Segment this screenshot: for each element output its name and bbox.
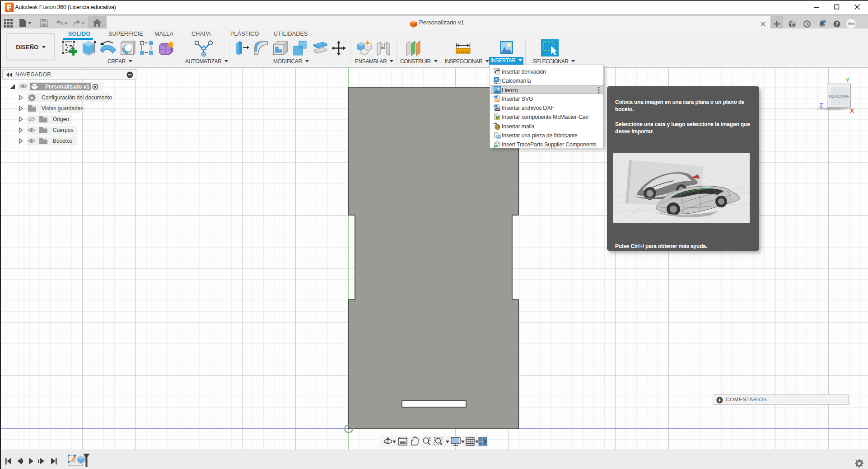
- svg-text:M: M: [496, 115, 499, 120]
- svg-text:360: 360: [8, 10, 11, 12]
- svg-text:DXF: DXF: [495, 108, 500, 111]
- svg-text:SVG: SVG: [495, 99, 500, 102]
- svg-text:?: ?: [835, 21, 839, 27]
